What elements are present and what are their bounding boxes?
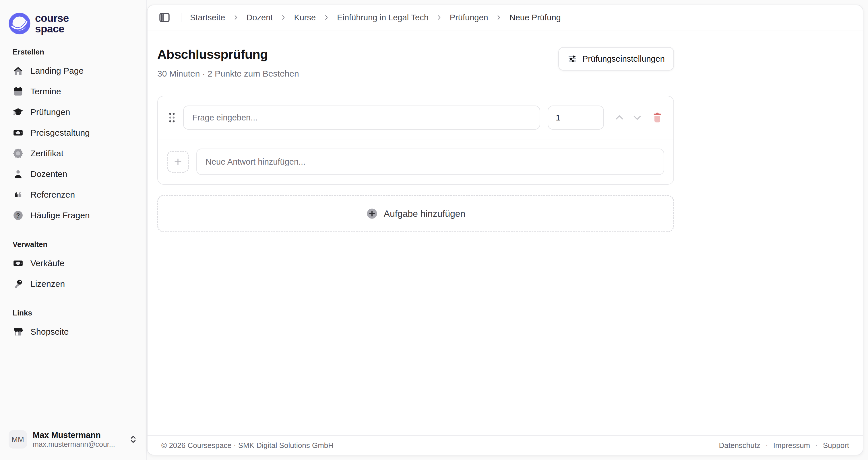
- sidebar-item-verkäufe[interactable]: Verkäufe: [7, 254, 140, 272]
- question-card: [157, 96, 674, 185]
- breadcrumb: StartseiteDozentKurseEinführung in Legal…: [190, 13, 561, 22]
- sidebar-item-label: Landing Page: [30, 66, 84, 76]
- header-divider: [181, 12, 181, 22]
- sidebar-item-label: Zertifikat: [30, 149, 63, 158]
- chevron-right-icon: [495, 14, 503, 21]
- breadcrumb-item[interactable]: Kurse: [294, 13, 316, 22]
- add-task-label: Aufgabe hinzufügen: [384, 208, 466, 219]
- sidebar-item-häufige-fragen[interactable]: ?Häufige Fragen: [7, 206, 140, 225]
- sidebar-item-label: Prüfungen: [30, 107, 70, 117]
- sidebar-item-label: Häufige Fragen: [30, 210, 90, 220]
- sidebar-item-termine[interactable]: Termine: [7, 82, 140, 101]
- house-icon: [12, 65, 24, 76]
- footer-link-separator: ·: [766, 441, 768, 450]
- banknote-icon: [12, 258, 24, 269]
- breadcrumb-item[interactable]: Prüfungen: [450, 13, 488, 22]
- trash-icon: [652, 112, 663, 123]
- user-name: Max Mustermann: [33, 430, 115, 440]
- sidebar-item-landing-page[interactable]: Landing Page: [7, 62, 140, 80]
- sidebar-item-lizenzen[interactable]: Lizenzen: [7, 275, 140, 293]
- sidebar-item-referenzen[interactable]: Referenzen: [7, 186, 140, 204]
- breadcrumb-item[interactable]: Startseite: [190, 13, 225, 22]
- question-icon: ?: [12, 210, 24, 221]
- user-menu[interactable]: MM Max Mustermann max.mustermann@cour...: [7, 427, 140, 451]
- page-subtitle: 30 Minuten · 2 Punkte zum Bestehen: [157, 69, 299, 78]
- graduation-cap-icon: [12, 107, 24, 118]
- move-up-button[interactable]: [613, 111, 626, 125]
- sidebar-item-label: Verkäufe: [30, 258, 64, 268]
- breadcrumb-current: Neue Prüfung: [509, 13, 561, 22]
- content-area: Abschlussprüfung 30 Minuten · 2 Punkte z…: [148, 30, 863, 435]
- svg-text:?: ?: [16, 212, 20, 219]
- add-task-button[interactable]: Aufgabe hinzufügen: [157, 195, 674, 232]
- sidebar-item-dozenten[interactable]: Dozenten: [7, 165, 140, 183]
- add-answer-button[interactable]: [167, 151, 189, 173]
- question-input[interactable]: [183, 105, 540, 130]
- coursespace-logo-icon: [9, 12, 30, 34]
- store-icon: [12, 326, 24, 337]
- exam-settings-label: Prüfungseinstellungen: [582, 54, 665, 64]
- title-block: Abschlussprüfung 30 Minuten · 2 Punkte z…: [157, 47, 299, 78]
- person-icon: [12, 169, 24, 179]
- sidebar-item-zertifikat[interactable]: Zertifikat: [7, 144, 140, 163]
- chevron-right-icon: [280, 14, 287, 21]
- sidebar-section-label: Links: [7, 308, 140, 318]
- user-email: max.mustermann@cour...: [33, 440, 115, 449]
- sidebar: course space ErstellenLanding PageTermin…: [0, 0, 147, 460]
- calendar-icon: [12, 86, 24, 97]
- main-footer: © 2026 Coursespace · SMK Digital Solutio…: [148, 435, 863, 455]
- footer-links: Datenschutz·Impressum·Support: [719, 441, 849, 450]
- footer-link-support[interactable]: Support: [823, 441, 849, 450]
- sidebar-item-label: Shopseite: [30, 327, 69, 337]
- panel-left-icon: [158, 11, 170, 24]
- chevron-up-icon: [614, 112, 625, 123]
- sidebar-item-label: Dozenten: [30, 169, 67, 179]
- brand-logo[interactable]: course space: [7, 7, 140, 34]
- breadcrumb-item[interactable]: Dozent: [247, 13, 273, 22]
- plus-circle-icon: [366, 208, 378, 220]
- sidebar-section-label: Erstellen: [7, 47, 140, 57]
- key-icon: [12, 278, 24, 289]
- sidebar-item-label: Referenzen: [30, 190, 75, 200]
- copyright-text: © 2026 Coursespace · SMK Digital Solutio…: [161, 441, 334, 450]
- chevron-right-icon: [322, 14, 330, 21]
- banknote-icon: [12, 127, 24, 138]
- sidebar-section: LinksShopseite: [7, 308, 140, 341]
- avatar: MM: [9, 430, 27, 449]
- sidebar-item-label: Termine: [30, 87, 61, 96]
- main-header: StartseiteDozentKurseEinführung in Legal…: [148, 5, 863, 30]
- sidebar-section: VerwaltenVerkäufeLizenzen: [7, 240, 140, 293]
- sidebar-section: ErstellenLanding PageTerminePrüfungenPre…: [7, 47, 140, 225]
- move-down-button[interactable]: [630, 111, 644, 125]
- sidebar-item-preisgestaltung[interactable]: Preisgestaltung: [7, 124, 140, 142]
- card-divider: [158, 139, 673, 139]
- breadcrumb-item[interactable]: Einführung in Legal Tech: [337, 13, 429, 22]
- footer-link-datenschutz[interactable]: Datenschutz: [719, 441, 761, 450]
- sidebar-item-label: Lizenzen: [30, 279, 65, 289]
- chevron-down-icon: [632, 112, 642, 123]
- user-meta: Max Mustermann max.mustermann@cour...: [33, 430, 115, 449]
- sidebar-item-label: Preisgestaltung: [30, 128, 90, 138]
- sidebar-nav: ErstellenLanding PageTerminePrüfungenPre…: [7, 34, 140, 343]
- exam-settings-button[interactable]: Prüfungseinstellungen: [558, 47, 674, 70]
- chevron-right-icon: [232, 14, 240, 21]
- sidebar-item-shopseite[interactable]: Shopseite: [7, 323, 140, 341]
- brand-name: course space: [35, 13, 69, 34]
- main-panel: StartseiteDozentKurseEinführung in Legal…: [147, 5, 863, 455]
- rosette-icon: [12, 148, 24, 159]
- page-title: Abschlussprüfung: [157, 47, 299, 62]
- sliders-icon: [567, 54, 577, 64]
- sidebar-toggle-button[interactable]: [157, 10, 172, 25]
- quote-icon: [12, 189, 24, 200]
- new-answer-input[interactable]: [196, 149, 664, 175]
- sidebar-item-prüfungen[interactable]: Prüfungen: [7, 103, 140, 121]
- chevron-right-icon: [435, 14, 443, 21]
- drag-handle-icon[interactable]: [168, 111, 176, 124]
- points-input[interactable]: [548, 105, 604, 130]
- footer-link-impressum[interactable]: Impressum: [773, 441, 810, 450]
- chevrons-up-down-icon: [129, 435, 138, 444]
- footer-link-separator: ·: [815, 441, 818, 450]
- delete-question-button[interactable]: [650, 111, 664, 125]
- plus-icon: [174, 158, 182, 166]
- sidebar-section-label: Verwalten: [7, 240, 140, 249]
